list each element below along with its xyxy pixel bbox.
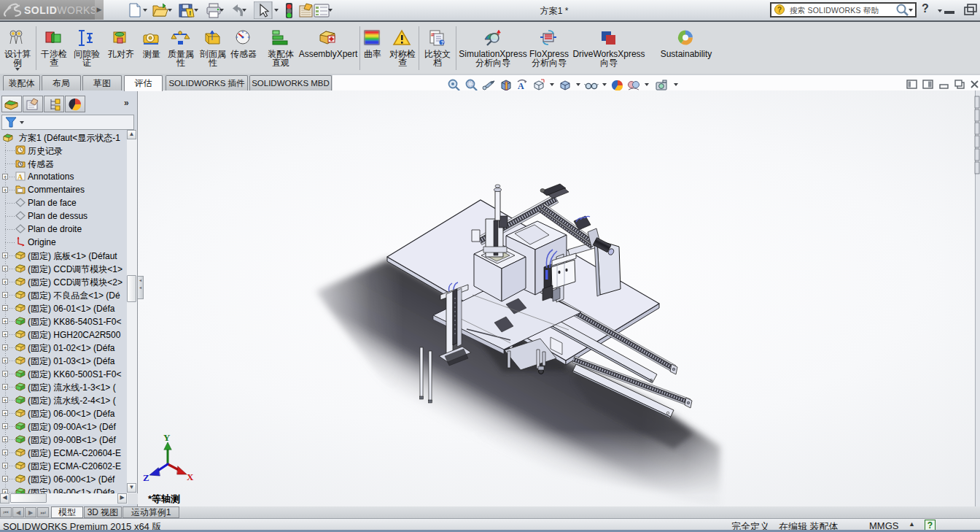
svg-text:Y: Y: [163, 432, 171, 443]
svg-text:X: X: [187, 471, 194, 482]
svg-text:A: A: [18, 173, 23, 181]
svg-text:Z: Z: [143, 472, 149, 483]
